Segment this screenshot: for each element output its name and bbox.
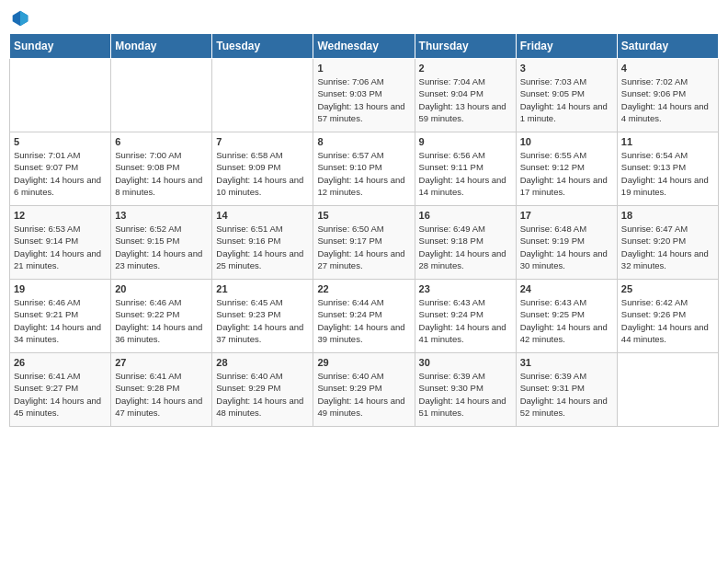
calendar-cell: 10 Sunrise: 6:55 AM Sunset: 9:12 PM Dayl… (516, 132, 617, 206)
sunrise-text: Sunrise: 6:56 AM (419, 149, 512, 161)
daylight-text: Daylight: 14 hours and 34 minutes. (14, 321, 107, 346)
daylight-text: Daylight: 14 hours and 41 minutes. (419, 321, 512, 346)
sunset-text: Sunset: 9:29 PM (317, 382, 410, 394)
calendar-table: SundayMondayTuesdayWednesdayThursdayFrid… (9, 33, 719, 427)
sunrise-text: Sunrise: 6:49 AM (419, 223, 512, 235)
cell-info: Sunrise: 6:53 AM Sunset: 9:14 PM Dayligh… (14, 223, 107, 271)
cell-info: Sunrise: 6:39 AM Sunset: 9:30 PM Dayligh… (419, 370, 512, 419)
calendar-cell: 28 Sunrise: 6:40 AM Sunset: 9:29 PM Dayl… (212, 353, 313, 427)
day-number: 30 (419, 357, 512, 368)
sunset-text: Sunset: 9:24 PM (317, 308, 410, 320)
sunrise-text: Sunrise: 6:50 AM (317, 223, 410, 235)
logo (9, 9, 29, 28)
calendar-cell: 6 Sunrise: 7:00 AM Sunset: 9:08 PM Dayli… (111, 132, 212, 206)
day-number: 15 (317, 210, 410, 221)
cell-info: Sunrise: 6:46 AM Sunset: 9:21 PM Dayligh… (14, 296, 107, 345)
sunrise-text: Sunrise: 6:57 AM (317, 149, 410, 161)
cell-info: Sunrise: 6:47 AM Sunset: 9:20 PM Dayligh… (621, 223, 714, 271)
daylight-text: Daylight: 14 hours and 10 minutes. (216, 174, 309, 199)
cell-info: Sunrise: 7:02 AM Sunset: 9:06 PM Dayligh… (621, 75, 714, 124)
daylight-text: Daylight: 14 hours and 4 minutes. (621, 100, 714, 125)
sunset-text: Sunset: 9:08 PM (115, 161, 208, 173)
daylight-text: Daylight: 14 hours and 37 minutes. (216, 321, 309, 346)
sunrise-text: Sunrise: 6:42 AM (621, 296, 714, 308)
sunset-text: Sunset: 9:11 PM (419, 161, 512, 173)
sunrise-text: Sunrise: 6:45 AM (216, 296, 309, 308)
cell-info: Sunrise: 6:42 AM Sunset: 9:26 PM Dayligh… (621, 296, 714, 345)
daylight-text: Daylight: 14 hours and 39 minutes. (317, 321, 410, 346)
day-number: 16 (419, 210, 512, 221)
day-header-thursday: Thursday (415, 34, 516, 59)
week-row-2: 5 Sunrise: 7:01 AM Sunset: 9:07 PM Dayli… (10, 132, 719, 206)
cell-info: Sunrise: 6:56 AM Sunset: 9:11 PM Dayligh… (419, 149, 512, 198)
day-number: 12 (14, 210, 107, 221)
daylight-text: Daylight: 14 hours and 49 minutes. (317, 395, 410, 419)
day-number: 6 (115, 136, 208, 147)
calendar-cell: 21 Sunrise: 6:45 AM Sunset: 9:23 PM Dayl… (212, 280, 313, 353)
day-number: 19 (14, 283, 107, 294)
sunset-text: Sunset: 9:17 PM (317, 235, 410, 247)
week-row-3: 12 Sunrise: 6:53 AM Sunset: 9:14 PM Dayl… (10, 206, 719, 280)
sunrise-text: Sunrise: 6:58 AM (216, 149, 309, 161)
calendar-cell: 9 Sunrise: 6:56 AM Sunset: 9:11 PM Dayli… (415, 132, 516, 206)
sunrise-text: Sunrise: 6:43 AM (419, 296, 512, 308)
daylight-text: Daylight: 14 hours and 8 minutes. (115, 174, 208, 199)
daylight-text: Daylight: 14 hours and 21 minutes. (14, 247, 107, 272)
sunrise-text: Sunrise: 7:04 AM (419, 75, 512, 87)
cell-info: Sunrise: 6:58 AM Sunset: 9:09 PM Dayligh… (216, 149, 309, 198)
sunset-text: Sunset: 9:19 PM (520, 235, 613, 247)
cell-info: Sunrise: 6:43 AM Sunset: 9:25 PM Dayligh… (520, 296, 613, 345)
sunrise-text: Sunrise: 6:40 AM (317, 370, 410, 382)
daylight-text: Daylight: 14 hours and 12 minutes. (317, 174, 410, 199)
day-number: 10 (520, 136, 613, 147)
day-number: 1 (317, 63, 410, 74)
day-number: 25 (621, 283, 714, 294)
day-number: 17 (520, 210, 613, 221)
sunrise-text: Sunrise: 6:44 AM (317, 296, 410, 308)
day-number: 26 (14, 357, 107, 368)
daylight-text: Daylight: 13 hours and 57 minutes. (317, 100, 410, 125)
cell-info: Sunrise: 6:54 AM Sunset: 9:13 PM Dayligh… (621, 149, 714, 198)
calendar-cell: 16 Sunrise: 6:49 AM Sunset: 9:18 PM Dayl… (415, 206, 516, 280)
day-number: 27 (115, 357, 208, 368)
sunrise-text: Sunrise: 7:06 AM (317, 75, 410, 87)
calendar-cell: 29 Sunrise: 6:40 AM Sunset: 9:29 PM Dayl… (313, 353, 415, 427)
daylight-text: Daylight: 14 hours and 44 minutes. (621, 321, 714, 346)
daylight-text: Daylight: 14 hours and 14 minutes. (419, 174, 512, 199)
cell-info: Sunrise: 6:52 AM Sunset: 9:15 PM Dayligh… (115, 223, 208, 271)
calendar-cell: 8 Sunrise: 6:57 AM Sunset: 9:10 PM Dayli… (313, 132, 415, 206)
day-number: 11 (621, 136, 714, 147)
day-number: 29 (317, 357, 410, 368)
day-number: 3 (520, 63, 613, 74)
day-number: 2 (419, 63, 512, 74)
calendar-cell: 7 Sunrise: 6:58 AM Sunset: 9:09 PM Dayli… (212, 132, 313, 206)
day-number: 8 (317, 136, 410, 147)
daylight-text: Daylight: 14 hours and 45 minutes. (14, 395, 107, 419)
cell-info: Sunrise: 6:57 AM Sunset: 9:10 PM Dayligh… (317, 149, 410, 198)
sunset-text: Sunset: 9:21 PM (14, 308, 107, 320)
day-number: 14 (216, 210, 309, 221)
day-number: 5 (14, 136, 107, 147)
calendar-cell: 26 Sunrise: 6:41 AM Sunset: 9:27 PM Dayl… (10, 353, 111, 427)
sunset-text: Sunset: 9:24 PM (419, 308, 512, 320)
day-number: 24 (520, 283, 613, 294)
cell-info: Sunrise: 7:00 AM Sunset: 9:08 PM Dayligh… (115, 149, 208, 198)
sunset-text: Sunset: 9:28 PM (115, 382, 208, 394)
sunrise-text: Sunrise: 6:52 AM (115, 223, 208, 235)
calendar-cell: 25 Sunrise: 6:42 AM Sunset: 9:26 PM Dayl… (617, 280, 718, 353)
page-header (9, 9, 719, 28)
daylight-text: Daylight: 14 hours and 17 minutes. (520, 174, 613, 199)
day-number: 18 (621, 210, 714, 221)
sunrise-text: Sunrise: 6:51 AM (216, 223, 309, 235)
sunset-text: Sunset: 9:12 PM (520, 161, 613, 173)
calendar-cell: 4 Sunrise: 7:02 AM Sunset: 9:06 PM Dayli… (617, 59, 718, 132)
week-row-4: 19 Sunrise: 6:46 AM Sunset: 9:21 PM Dayl… (10, 280, 719, 353)
daylight-text: Daylight: 14 hours and 36 minutes. (115, 321, 208, 346)
cell-info: Sunrise: 6:49 AM Sunset: 9:18 PM Dayligh… (419, 223, 512, 271)
cell-info: Sunrise: 6:55 AM Sunset: 9:12 PM Dayligh… (520, 149, 613, 198)
sunset-text: Sunset: 9:16 PM (216, 235, 309, 247)
calendar-cell (212, 59, 313, 132)
day-number: 20 (115, 283, 208, 294)
calendar-cell: 12 Sunrise: 6:53 AM Sunset: 9:14 PM Dayl… (10, 206, 111, 280)
day-header-tuesday: Tuesday (212, 34, 313, 59)
